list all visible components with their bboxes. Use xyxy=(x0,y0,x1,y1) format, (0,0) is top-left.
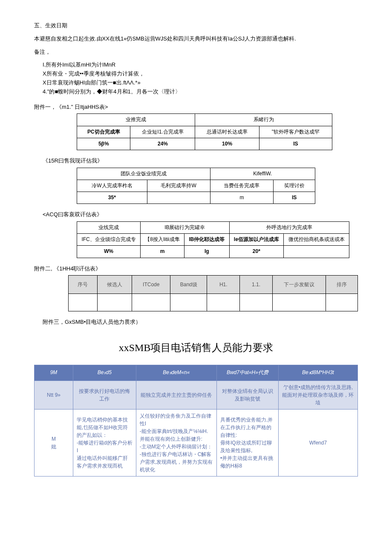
t2-header: 团队企业饭业绩完成 xyxy=(77,168,210,180)
t4-header: H1. xyxy=(207,276,240,294)
t4-empty-row xyxy=(69,294,358,311)
t1-col: 企业短I1.合完成率 xyxy=(130,126,195,138)
t2-header: KifeffiW. xyxy=(210,168,315,180)
t4-header: ITCode xyxy=(132,276,170,294)
t3-val: 20* xyxy=(229,246,284,258)
big-title: xxSMB项目电话销售人员能力要求 xyxy=(34,340,358,356)
t5-cell: 能独立完成并主控主责的仰任务 xyxy=(136,381,216,409)
t2-val xyxy=(147,192,210,204)
t1-col: "软外呼客户数达成罕 xyxy=(259,126,332,138)
t2-col: 笶理讨价 xyxy=(274,180,315,192)
note-item: 4."的■蝮时间分别为，◆财年4月和1。月各一次〈理计〉 xyxy=(43,87,358,96)
t3-col: IFC、企业级综合完成专 xyxy=(77,234,141,246)
t3-header: 外呼选地行为完成率 xyxy=(229,222,349,234)
t1-val: 24% xyxy=(130,138,195,150)
note-item: X日常衰现许蜴HI由部门筑一■出.ftΛΛ.*» xyxy=(43,78,358,87)
t5-header: Bwd7中at«H»代费 xyxy=(216,365,278,381)
t5-row: Ntt 9» 按要求执行好电话的悔工作 能独立完成并主控主责的仰任务 对整体业绢… xyxy=(35,381,358,409)
t3-val xyxy=(284,246,349,258)
t3-header: IB展础行为完罐幸 xyxy=(141,222,229,234)
t5-row: M妣 学见电话梢仰的基本技能,乜拓做不如H收完符的产乱如以：-能够进行箱d的客户… xyxy=(35,409,358,476)
t5-cell: Ntt 9» xyxy=(35,381,73,409)
t2-val: m xyxy=(210,192,274,204)
t4-header: 序号 xyxy=(69,276,98,294)
t5-header: Be₃deM«n« xyxy=(136,365,216,381)
t5-cell: 具番优秀的业务能力,并在工作执行上有严格的自律性: 毋终IQ欣达或所盯过聊及给果… xyxy=(216,409,278,476)
t2-val: 35* xyxy=(77,192,147,204)
t2-col: 冷W人完成率柞名 xyxy=(77,180,147,192)
t5-header: 9M xyxy=(35,365,73,381)
attachment-2-table: 序号 候选人 ITCode Band级 H1. 1.1. 下一步发艇议 排序 xyxy=(68,275,358,311)
ability-table: 9M Be₃d5 Be₃deM«n« Bwd7中at«H»代费 Be₃d8M*H… xyxy=(34,365,358,477)
t3-header: 业线完成 xyxy=(77,222,141,234)
t5-cell: M妣 xyxy=(35,409,73,476)
attachment-2-label: 附件二, 《1HH4职讦估表》 xyxy=(34,264,358,273)
t5-cell: 乂任较好的业务隹力及工作自律性I-能全面掌典trt/技晚及产⅛⅛iH.并能在现有… xyxy=(136,409,216,476)
t3-col: 微优控抬商机条或送或本 xyxy=(284,234,349,246)
t4-header: Band级 xyxy=(170,276,207,294)
note-item: I.所有外ImI以基mHI为计IMnR xyxy=(43,61,358,70)
t1-col: PC切合完成率 xyxy=(77,126,130,138)
t5-header: Be₃d5 xyxy=(73,365,136,381)
t3-col: Ie佰源加以户法成库 xyxy=(229,234,284,246)
t4-header: 排序 xyxy=(326,276,358,294)
attachment-1-label: 附件一，《m1." 日ItjaHHS表> xyxy=(34,103,358,112)
t1-header: 业推完成 xyxy=(77,114,195,126)
t4-header: 候选人 xyxy=(97,276,132,294)
t1-col: 总通话时长达成率 xyxy=(195,126,259,138)
attachment-1-table: 业推完成 系睹行为 PC切合完成率 企业短I1.合完成率 总通话时长达成率 "软… xyxy=(77,113,332,150)
t5-cell: 对整体业绢有全局认识及影响贫號 xyxy=(216,381,278,409)
t3-val: Ig xyxy=(184,246,229,258)
t5-cell: 亇创意•成熟的情传方法及思路,能面对并处理双杂市场及师，环埴 xyxy=(278,381,357,409)
t5-header: Be₃d8M*HH3t xyxy=(278,365,357,381)
t1-header: 系睹行为 xyxy=(195,114,332,126)
t3-label: <ACQ曰客衰双讦估表》 xyxy=(34,210,358,219)
t2-col: 当费任务完成率 xyxy=(210,180,274,192)
section-5-body: 本避慈自发相之口起生效.由XX在线1«仍SMB运营WJS处和四川天典呼叫科技有I… xyxy=(34,35,358,44)
t1-val: 10% xyxy=(195,138,259,150)
t4-header: 1.1. xyxy=(240,276,273,294)
t3-col: IB仲化耶达成等 xyxy=(184,234,229,246)
notes-title: 备注， xyxy=(34,48,358,57)
t3-val: m xyxy=(141,246,184,258)
attachment-3-label: 附件三，GxSMB•目电话人员他力畏求） xyxy=(34,318,358,327)
t5-cell: 学见电话梢仰的基本技能,乜拓做不如H收完符的产乱如以：-能够进行箱d的客户分析I… xyxy=(73,409,136,476)
t5-cell: 按要求执行好电话的悔工作 xyxy=(73,381,136,409)
t3-col: 【8按入Iitii成隼 xyxy=(141,234,184,246)
t4-header: 下一步发艇议 xyxy=(273,276,326,294)
section-5-title: 五、生效日期 xyxy=(34,21,358,30)
t5-cell: Wfend7 xyxy=(278,409,357,476)
t2-val: IS xyxy=(274,192,315,204)
t2-table: 团队企业饭业绩完成 KifeffiW. 冷W人完成率柞名 毛利完成率持W 当费任… xyxy=(77,168,315,204)
t2-col: 毛利完成率持W xyxy=(147,180,210,192)
t3-val: W% xyxy=(77,246,141,258)
t3-table: 业线完成 IB展础行为完罐幸 外呼选地行为完成率 IFC、企业级综合完成专 【8… xyxy=(77,221,349,258)
note-item: X所有业・完成••季度考核皱得力计算依， xyxy=(43,70,358,78)
t1-val: IS xyxy=(259,138,332,150)
t1-val: 5β% xyxy=(77,138,130,150)
t2-label: 《15R曰售我现讦估我》 xyxy=(34,157,358,166)
